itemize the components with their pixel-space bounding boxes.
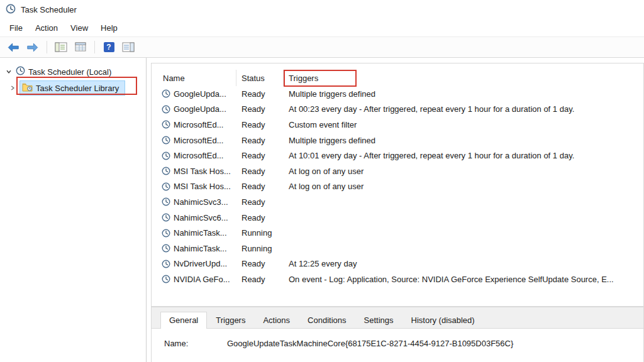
- task-status: Ready: [236, 89, 284, 99]
- task-row[interactable]: MicrosoftEd...ReadyCustom event filter: [152, 117, 643, 133]
- task-rows: GoogleUpda...ReadyMultiple triggers defi…: [152, 86, 643, 287]
- task-status: Ready: [236, 275, 284, 284]
- chevron-right-icon[interactable]: [9, 85, 16, 91]
- column-label: Triggers: [289, 74, 318, 83]
- task-row[interactable]: MSI Task Hos...ReadyAt log on of any use…: [152, 179, 643, 195]
- task-triggers: At 00:23 every day - After triggered, re…: [284, 104, 643, 114]
- tree-item-task-scheduler-local[interactable]: Task Scheduler (Local): [0, 63, 146, 80]
- menu-file[interactable]: File: [3, 20, 29, 36]
- menu-view[interactable]: View: [64, 20, 94, 36]
- task-name-cell: NVIDIA GeFo...: [152, 275, 236, 284]
- show-action-pane-icon[interactable]: [120, 39, 136, 55]
- title-bar: Task Scheduler: [0, 0, 644, 19]
- task-clock-icon: [162, 197, 170, 206]
- task-clock-icon: [162, 260, 170, 268]
- task-name-cell: NahimicTask...: [152, 228, 236, 238]
- tab-history[interactable]: History (disabled): [402, 312, 484, 329]
- task-status: Ready: [236, 151, 284, 160]
- tab-conditions[interactable]: Conditions: [299, 312, 355, 329]
- task-row[interactable]: MSI Task Hos...ReadyAt log on of any use…: [152, 163, 643, 179]
- task-status: Ready: [236, 167, 284, 176]
- task-name-cell: MSI Task Hos...: [152, 182, 236, 191]
- task-status: Ready: [236, 182, 284, 191]
- task-list-pane: Name Status Triggers GoogleUpda...ReadyM…: [151, 63, 644, 307]
- forward-icon[interactable]: [25, 39, 41, 55]
- task-status: Ready: [236, 104, 284, 114]
- task-triggers: Custom event filter: [284, 120, 643, 129]
- help-question-glyph: ?: [104, 42, 114, 52]
- task-row[interactable]: NahimicSvc6...Ready: [152, 210, 643, 226]
- task-clock-icon: [162, 120, 170, 129]
- help-icon[interactable]: ?: [101, 39, 117, 55]
- menu-help[interactable]: Help: [94, 20, 124, 36]
- task-row[interactable]: NahimicTask...Running: [152, 241, 643, 256]
- menu-action[interactable]: Action: [29, 20, 64, 36]
- tab-general[interactable]: General: [160, 312, 207, 329]
- task-status: Running: [236, 244, 284, 253]
- task-status: Ready: [236, 213, 284, 222]
- task-row[interactable]: NvDriverUpd...ReadyAt 12:25 every day: [152, 256, 643, 272]
- task-row[interactable]: MicrosoftEd...ReadyMultiple triggers def…: [152, 133, 643, 148]
- tab-strip: GeneralTriggersActionsConditionsSettings…: [152, 307, 643, 329]
- task-name-cell: MicrosoftEd...: [152, 136, 236, 145]
- task-name-cell: NahimicSvc6...: [152, 213, 236, 222]
- task-clock-icon: [162, 167, 170, 175]
- tree-selection-highlight: Task Scheduler Library: [19, 80, 125, 96]
- column-label: Status: [242, 74, 265, 83]
- folder-clock-icon: [22, 82, 33, 94]
- task-clock-icon: [162, 182, 170, 191]
- task-triggers: At log on of any user: [284, 182, 643, 191]
- app-clock-icon: [6, 4, 16, 16]
- column-header-name[interactable]: Name: [152, 70, 236, 86]
- back-icon[interactable]: [5, 39, 21, 55]
- task-clock-icon: [162, 89, 170, 98]
- tree-clock-icon: [16, 66, 25, 77]
- task-name-cell: GoogleUpda...: [152, 89, 236, 99]
- task-name: MicrosoftEd...: [174, 151, 223, 160]
- task-status: Ready: [236, 136, 284, 145]
- name-field-label: Name:: [164, 339, 227, 348]
- task-status: Ready: [236, 259, 284, 268]
- column-header-triggers[interactable]: Triggers: [284, 70, 643, 86]
- task-clock-icon: [162, 105, 170, 114]
- task-name: NahimicTask...: [174, 244, 227, 253]
- tab-triggers[interactable]: Triggers: [207, 312, 254, 329]
- task-row[interactable]: GoogleUpda...ReadyMultiple triggers defi…: [152, 86, 643, 102]
- tree-item-task-scheduler-library[interactable]: Task Scheduler Library: [0, 80, 146, 96]
- task-name: MicrosoftEd...: [174, 120, 223, 129]
- task-row[interactable]: GoogleUpda...ReadyAt 00:23 every day - A…: [152, 102, 643, 118]
- task-name-cell: MicrosoftEd...: [152, 120, 236, 129]
- window-title: Task Scheduler: [21, 5, 77, 14]
- task-name-cell: NahimicTask...: [152, 244, 236, 253]
- task-name-cell: GoogleUpda...: [152, 104, 236, 114]
- task-triggers: At log on of any user: [284, 167, 643, 176]
- tab-settings[interactable]: Settings: [355, 312, 402, 329]
- task-status: Ready: [236, 197, 284, 207]
- list-header: Name Status Triggers: [152, 63, 643, 86]
- tab-actions[interactable]: Actions: [254, 312, 299, 329]
- task-row[interactable]: MicrosoftEd...ReadyAt 10:01 every day - …: [152, 148, 643, 163]
- tree-item-label: Task Scheduler Library: [36, 84, 119, 93]
- task-name: MSI Task Hos...: [174, 167, 231, 176]
- task-name: NahimicSvc6...: [174, 213, 228, 222]
- column-label: Name: [163, 74, 185, 83]
- task-triggers: At 12:25 every day: [284, 259, 643, 268]
- show-console-tree-icon[interactable]: [53, 39, 69, 55]
- task-name: NahimicSvc3...: [174, 197, 228, 207]
- task-clock-icon: [162, 136, 170, 145]
- task-clock-icon: [162, 213, 170, 222]
- tree-pane: Task Scheduler (Local) Task Scheduler Li…: [0, 58, 147, 362]
- task-clock-icon: [162, 244, 170, 253]
- task-name: NvDriverUpd...: [174, 259, 227, 268]
- task-name: GoogleUpda...: [174, 89, 226, 99]
- detail-pane: GeneralTriggersActionsConditionsSettings…: [151, 307, 644, 362]
- toolbar: ?: [0, 36, 644, 58]
- task-status: Running: [236, 228, 284, 238]
- chevron-down-icon[interactable]: [5, 69, 13, 75]
- column-header-status[interactable]: Status: [236, 70, 284, 86]
- export-list-icon[interactable]: [72, 39, 89, 55]
- task-row[interactable]: NahimicSvc3...Ready: [152, 194, 643, 210]
- task-row[interactable]: NVIDIA GeFo...ReadyOn event - Log: Appli…: [152, 272, 643, 287]
- task-name-cell: NahimicSvc3...: [152, 197, 236, 207]
- task-row[interactable]: NahimicTask...Running: [152, 225, 643, 241]
